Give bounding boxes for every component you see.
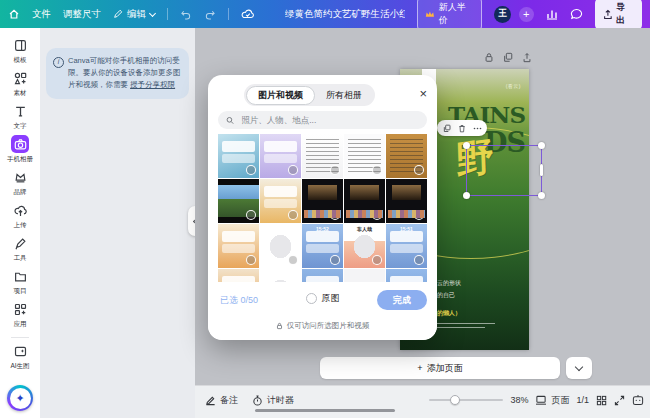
photo-thumbnail[interactable] bbox=[302, 179, 343, 223]
sidebar-item-templates[interactable]: 模板 bbox=[0, 36, 40, 69]
thumbnail-select-circle[interactable] bbox=[372, 255, 382, 265]
photo-thumbnail[interactable] bbox=[302, 134, 343, 178]
thumbnail-select-circle[interactable] bbox=[414, 255, 424, 265]
photo-thumbnail[interactable]: 15:51 bbox=[386, 224, 427, 268]
menu-resize[interactable]: 调整尺寸 bbox=[63, 8, 101, 21]
sidebar-item-label: 应用 bbox=[14, 320, 27, 329]
photo-thumbnail[interactable] bbox=[218, 269, 259, 283]
photo-thumbnail[interactable] bbox=[344, 179, 385, 223]
selection-box[interactable] bbox=[466, 145, 542, 196]
photo-thumbnail[interactable] bbox=[302, 269, 343, 283]
photo-thumbnail[interactable] bbox=[386, 134, 427, 178]
sidebar-item-label: AI生图 bbox=[10, 362, 29, 371]
resize-handle[interactable] bbox=[538, 142, 545, 149]
redo-button[interactable] bbox=[204, 9, 216, 20]
photo-thumbnail[interactable] bbox=[260, 179, 301, 223]
photo-thumbnail[interactable] bbox=[218, 224, 259, 268]
notes-button[interactable]: 备注 bbox=[205, 394, 238, 407]
sidebar-item-label: 手机相册 bbox=[7, 155, 33, 164]
thumbnail-select-circle[interactable] bbox=[288, 255, 298, 265]
cloud-save-status[interactable] bbox=[241, 8, 255, 20]
side-resize-handle[interactable] bbox=[540, 164, 543, 176]
sidebar-item-phone-album[interactable]: 手机相册 bbox=[0, 135, 40, 168]
grant-permission-link[interactable]: 授予分享权限 bbox=[130, 80, 175, 89]
undo-button[interactable] bbox=[180, 9, 192, 20]
share-page-icon[interactable] bbox=[522, 52, 532, 63]
photo-thumbnail[interactable] bbox=[260, 269, 301, 283]
more-options-icon[interactable] bbox=[473, 124, 482, 133]
thumbnail-select-circle[interactable] bbox=[414, 165, 424, 175]
insights-button[interactable] bbox=[546, 8, 558, 20]
export-label: 导出 bbox=[616, 1, 634, 27]
lock-icon[interactable] bbox=[484, 52, 494, 63]
comments-button[interactable] bbox=[570, 8, 583, 20]
thumbnail-select-circle[interactable] bbox=[246, 210, 256, 220]
thumbnail-select-circle[interactable] bbox=[330, 255, 340, 265]
picker-search[interactable] bbox=[218, 111, 427, 129]
sidebar-item-elements[interactable]: 素材 bbox=[0, 69, 40, 102]
thumbnail-select-circle[interactable] bbox=[288, 165, 298, 175]
divider bbox=[167, 8, 168, 20]
photo-thumbnail[interactable] bbox=[386, 179, 427, 223]
resize-handle[interactable] bbox=[463, 192, 470, 199]
add-page-button[interactable]: + 添加页面 bbox=[320, 357, 560, 379]
thumbnail-select-circle[interactable] bbox=[414, 210, 424, 220]
pages-label: 页面 bbox=[551, 394, 569, 407]
sidebar-item-brand[interactable]: 品牌 bbox=[0, 168, 40, 201]
export-button[interactable]: 导出 bbox=[595, 0, 642, 30]
assistant-help-icon[interactable] bbox=[632, 394, 644, 406]
horizontal-scrollbar[interactable] bbox=[255, 409, 395, 412]
promo-button[interactable]: 新人半价 bbox=[417, 0, 482, 30]
resize-handle[interactable] bbox=[463, 142, 470, 149]
design-title[interactable]: 绿黄色简约文艺矿野生活小红书plog bbox=[285, 8, 405, 21]
done-button[interactable]: 完成 bbox=[377, 290, 427, 310]
page-options-button[interactable] bbox=[566, 357, 592, 379]
thumbnail-select-circle[interactable] bbox=[372, 165, 382, 175]
fullscreen-icon[interactable] bbox=[614, 395, 625, 406]
photo-thumbnail[interactable] bbox=[260, 134, 301, 178]
home-button[interactable] bbox=[8, 8, 20, 20]
trash-icon[interactable] bbox=[458, 124, 466, 133]
zoom-slider-thumb[interactable] bbox=[450, 395, 460, 405]
photo-thumbnail[interactable]: 15:52 bbox=[302, 224, 343, 268]
tab-all-albums[interactable]: 所有相册 bbox=[315, 87, 373, 104]
folder-icon bbox=[11, 267, 29, 285]
thumbnail-select-circle[interactable] bbox=[288, 210, 298, 220]
sidebar-item-ai-image[interactable]: AI生图 bbox=[0, 342, 40, 375]
tab-photos-videos[interactable]: 图片和视频 bbox=[246, 86, 315, 105]
photo-thumbnail[interactable]: 非人哉 bbox=[344, 224, 385, 268]
photo-thumbnail[interactable] bbox=[218, 179, 259, 223]
thumbnail-select-circle[interactable] bbox=[330, 210, 340, 220]
photo-thumbnail[interactable] bbox=[218, 134, 259, 178]
photo-thumbnail[interactable] bbox=[344, 269, 385, 283]
ai-assistant-button[interactable]: ✦ bbox=[7, 385, 33, 411]
timer-button[interactable]: 计时器 bbox=[252, 394, 294, 407]
menu-file[interactable]: 文件 bbox=[32, 8, 51, 21]
avatar[interactable]: 王 bbox=[494, 6, 511, 23]
sidebar-item-uploads[interactable]: 上传 bbox=[0, 201, 40, 234]
photo-thumbnail[interactable] bbox=[260, 224, 301, 268]
close-icon[interactable]: × bbox=[419, 86, 427, 101]
thumbnail-select-circle[interactable] bbox=[330, 165, 340, 175]
thumbnail-select-circle[interactable] bbox=[372, 210, 382, 220]
sidebar-item-projects[interactable]: 项目 bbox=[0, 267, 40, 300]
resize-handle[interactable] bbox=[538, 192, 545, 199]
menu-edit[interactable]: 编辑 bbox=[113, 8, 155, 21]
photo-thumbnail[interactable] bbox=[344, 134, 385, 178]
radio-icon[interactable] bbox=[306, 293, 317, 304]
grid-view-icon[interactable] bbox=[596, 395, 607, 406]
zoom-slider[interactable] bbox=[429, 395, 503, 405]
pages-view-button[interactable]: 页面 bbox=[535, 394, 569, 407]
sidebar-item-tools[interactable]: 工具 bbox=[0, 234, 40, 267]
thumbnail-select-circle[interactable] bbox=[246, 165, 256, 175]
photo-thumbnail[interactable] bbox=[386, 269, 427, 283]
info-icon: i bbox=[53, 57, 64, 68]
sidebar-item-text[interactable]: 文字 bbox=[0, 102, 40, 135]
duplicate-icon[interactable] bbox=[443, 124, 451, 133]
thumbnail-select-circle[interactable] bbox=[246, 255, 256, 265]
sidebar-item-apps[interactable]: 应用 bbox=[0, 300, 40, 333]
zoom-slider-track[interactable] bbox=[429, 399, 503, 401]
add-member-button[interactable]: + bbox=[519, 7, 534, 22]
duplicate-page-icon[interactable] bbox=[503, 52, 513, 63]
search-input[interactable] bbox=[239, 114, 419, 126]
